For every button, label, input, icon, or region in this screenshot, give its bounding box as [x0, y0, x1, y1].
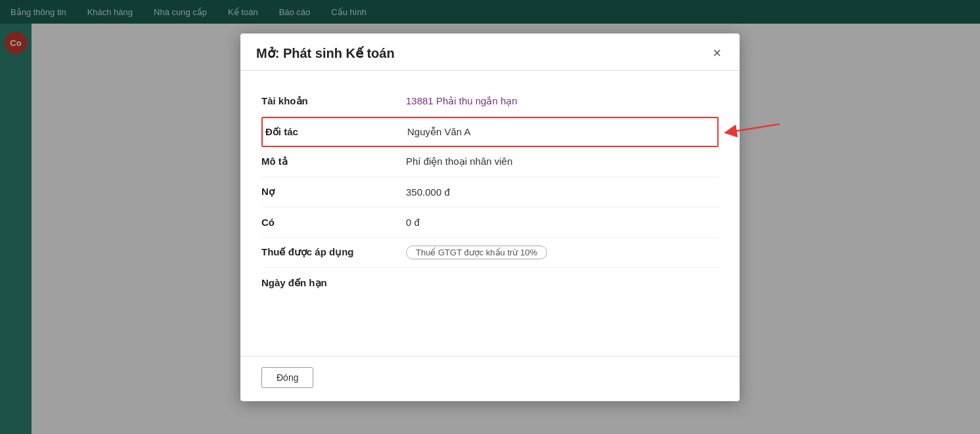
- label-no: Nợ: [261, 186, 406, 198]
- value-no: 350.000 đ: [406, 186, 450, 198]
- field-row-co: Có 0 đ: [261, 207, 719, 238]
- modal-title: Mở: Phát sinh Kế toán: [256, 45, 395, 61]
- field-row-thue: Thuế được áp dụng Thuế GTGT được khấu tr…: [261, 238, 719, 268]
- field-row-ngay-den-han: Ngày đến hạn: [261, 268, 719, 298]
- modal-overlay: Mở: Phát sinh Kế toán × Tài khoản 13881 …: [0, 0, 980, 434]
- arrow-annotation: [724, 119, 783, 145]
- value-tai-khoan: 13881 Phải thu ngắn hạn: [406, 95, 518, 107]
- modal-dialog: Mở: Phát sinh Kế toán × Tài khoản 13881 …: [240, 33, 740, 401]
- value-thue: Thuế GTGT được khấu trừ 10%: [406, 246, 547, 259]
- field-row-doi-tac: Đối tác Nguyễn Văn A: [261, 117, 719, 147]
- modal-body: Tài khoản 13881 Phải thu ngắn hạn Đối tá…: [240, 71, 740, 356]
- label-thue: Thuế được áp dụng: [261, 246, 406, 258]
- value-co: 0 đ: [406, 217, 420, 228]
- field-row-mo-ta: Mô tả Phí điện thoại nhân viên: [261, 147, 719, 177]
- label-doi-tac: Đối tác: [263, 126, 407, 138]
- svg-line-1: [730, 124, 780, 132]
- field-row-no: Nợ 350.000 đ: [261, 177, 719, 207]
- value-doi-tac: Nguyễn Văn A: [407, 126, 471, 138]
- label-mo-ta: Mô tả: [261, 156, 406, 167]
- modal-close-button[interactable]: ×: [710, 46, 724, 60]
- value-mo-ta: Phí điện thoại nhân viên: [406, 156, 512, 167]
- modal-header: Mở: Phát sinh Kế toán ×: [240, 33, 740, 71]
- label-tai-khoan: Tài khoản: [261, 95, 406, 107]
- field-row-tai-khoan: Tài khoản 13881 Phải thu ngắn hạn: [261, 87, 719, 117]
- label-ngay-den-han: Ngày đến hạn: [261, 277, 406, 289]
- label-co: Có: [261, 217, 406, 228]
- modal-footer: Đóng: [240, 356, 740, 401]
- close-button[interactable]: Đóng: [261, 367, 313, 388]
